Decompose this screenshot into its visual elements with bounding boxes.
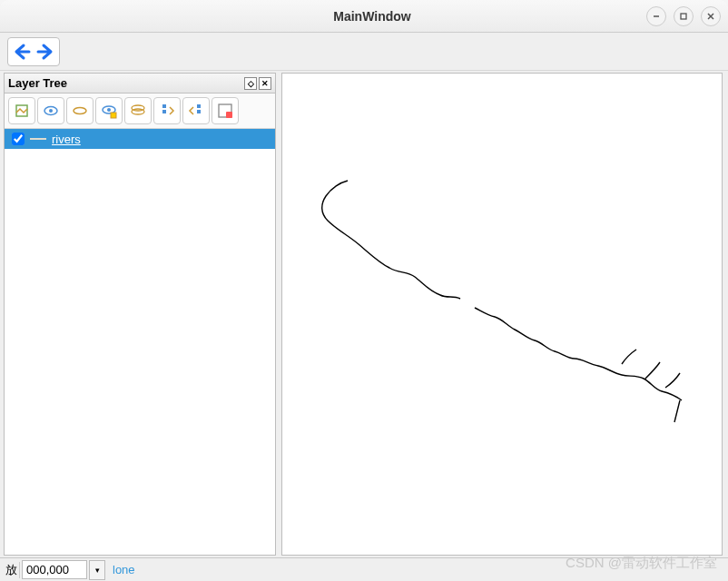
layer-tree-panel: Layer Tree ◇ ✕ [4, 73, 276, 556]
layer-tree[interactable]: rivers [5, 129, 275, 555]
status-bar: 放 000,000 ▾ lone [0, 557, 728, 581]
minimize-button[interactable] [646, 6, 666, 26]
svg-rect-16 [197, 110, 201, 113]
panel-header: Layer Tree ◇ ✕ [5, 74, 275, 94]
svg-rect-10 [111, 113, 116, 118]
svg-point-9 [107, 108, 111, 112]
svg-point-12 [132, 109, 144, 114]
chevron-down-icon: ▾ [95, 566, 100, 575]
collapse-button[interactable] [182, 97, 210, 124]
svg-point-6 [49, 109, 53, 113]
panel-toolbar [5, 94, 275, 129]
layer-symbol-icon [30, 138, 46, 140]
layer-button[interactable] [66, 97, 93, 124]
collapse-icon [187, 102, 205, 120]
svg-rect-14 [162, 110, 166, 113]
main-toolbar [0, 33, 728, 71]
close-button[interactable] [701, 6, 721, 26]
svg-rect-18 [226, 112, 232, 118]
svg-point-7 [74, 108, 86, 114]
style-icon [13, 102, 31, 120]
arrow-right-icon [35, 42, 55, 62]
expand-icon [158, 102, 176, 120]
filter-visibility-button[interactable] [95, 97, 123, 124]
open-style-button[interactable] [8, 97, 35, 124]
eye-icon [42, 102, 60, 120]
expand-button[interactable] [153, 97, 181, 124]
scale-input[interactable]: 000,000 [22, 560, 87, 579]
remove-layer-button[interactable] [212, 97, 239, 124]
layers-icon [129, 102, 147, 120]
arrow-left-icon [12, 42, 32, 62]
svg-rect-1 [681, 14, 686, 19]
scale-dropdown-button[interactable]: ▾ [89, 560, 105, 580]
status-text: lone [109, 563, 135, 576]
layer-row-rivers[interactable]: rivers [5, 129, 275, 149]
layer-group-button[interactable] [124, 97, 152, 124]
layer-name-label: rivers [52, 133, 81, 146]
content-area: Layer Tree ◇ ✕ [0, 71, 728, 557]
maximize-button[interactable] [674, 6, 694, 26]
svg-rect-15 [197, 104, 201, 108]
panel-close-button[interactable]: ✕ [259, 77, 271, 90]
scale-prefix-label: 放 [4, 562, 20, 578]
map-canvas[interactable] [281, 73, 723, 556]
layer-icon [71, 102, 89, 120]
panel-title: Layer Tree [8, 76, 242, 90]
forward-button[interactable] [34, 40, 57, 64]
layer-visibility-checkbox[interactable] [12, 133, 25, 145]
svg-rect-13 [162, 104, 166, 108]
river-geometry-icon [282, 74, 722, 555]
main-window: MainWindow [0, 0, 728, 581]
window-title: MainWindow [98, 9, 646, 24]
back-button[interactable] [10, 40, 34, 64]
eye-filter-icon [100, 102, 118, 120]
title-bar: MainWindow [0, 0, 728, 33]
panel-float-button[interactable]: ◇ [244, 77, 257, 90]
visibility-button[interactable] [37, 97, 64, 124]
remove-icon [216, 102, 234, 120]
